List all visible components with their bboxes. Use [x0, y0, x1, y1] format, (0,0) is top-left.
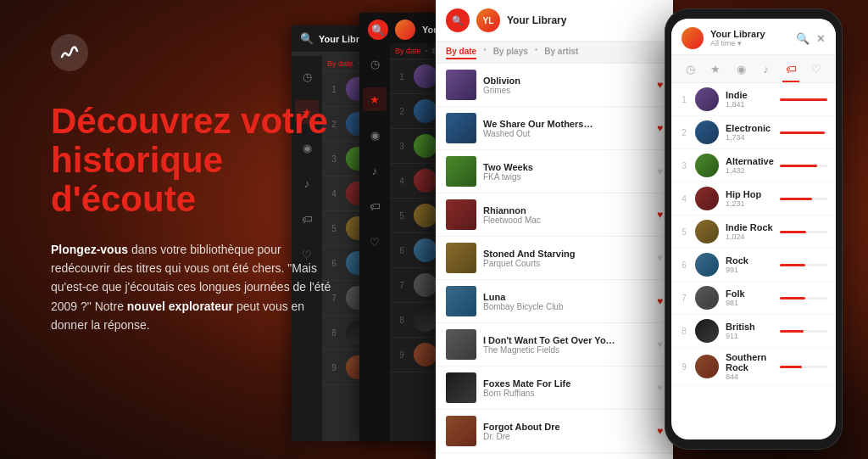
phone-genre-item[interactable]: 6 Rock 991	[671, 249, 836, 282]
main-avatar: YL	[476, 8, 500, 32]
sidebar-clock-icon[interactable]: ◷	[295, 64, 319, 88]
main-list-item[interactable]: Oblivion Grimes ♥	[436, 64, 673, 107]
main-list-item[interactable]: We Share Our Mothers… Washed Out ♥	[436, 107, 673, 150]
phone-close-icon[interactable]: ✕	[816, 32, 826, 45]
main-header-title-group: Your Library	[507, 14, 663, 26]
phone-header-icons: 🔍 ✕	[796, 32, 826, 45]
search-icon-mid[interactable]: 🔍	[368, 20, 388, 40]
heart-icon[interactable]: ♥	[657, 295, 663, 307]
heart-icon[interactable]: ♥	[657, 425, 663, 437]
phone-genre-item[interactable]: 8 British 911	[671, 315, 836, 348]
heart-icon[interactable]: ♥	[657, 79, 663, 91]
description: Plongez-vous dans votre bibliothèque pou…	[51, 240, 339, 335]
main-list-item[interactable]: Stoned And Starving Parquet Courts ♥	[436, 237, 673, 280]
phone-icon-tabs: ◷ ★ ◉ ♪ 🏷 ♡	[671, 55, 836, 83]
phone-genre-item[interactable]: 2 Electronic 1,734	[671, 116, 836, 149]
main-header-title: Your Library	[507, 14, 663, 26]
main-list-item[interactable]: Rhiannon Fleetwood Mac ♥	[436, 193, 673, 237]
phone-tab-music[interactable]: ♪	[756, 59, 776, 79]
heart-icon[interactable]: ♥	[657, 339, 663, 350]
heart-icon[interactable]: ♥	[657, 165, 663, 177]
main-list-item[interactable]: Forgot About Dre Dr. Dre ♥	[436, 410, 673, 453]
mid-clock-icon[interactable]: ◷	[363, 52, 387, 76]
phone-tab-heart[interactable]: ♡	[806, 59, 826, 79]
tab-by-date[interactable]: By date	[446, 45, 476, 59]
main-panel-tabs: By date • By plays • By artist	[436, 42, 673, 64]
mid-avatar	[395, 20, 415, 40]
panel-main: 🔍 YL Your Library By date • By plays • B…	[436, 0, 673, 459]
main-search-button[interactable]: 🔍	[446, 8, 470, 32]
phone-tab-vinyl[interactable]: ◉	[731, 59, 751, 79]
logo[interactable]	[51, 34, 88, 71]
tab-by-artist[interactable]: By artist	[544, 45, 578, 59]
main-list-item[interactable]: Foxes Mate For Life Born Ruffians ♥	[436, 367, 673, 410]
left-content: Découvrez votre historique d'écoute Plon…	[51, 102, 373, 335]
main-title: Découvrez votre historique d'écoute	[51, 102, 373, 220]
phone-genre-item[interactable]: 9 Southern Rock 844	[671, 348, 836, 386]
phone-genre-item[interactable]: 3 Alternative 1,432	[671, 149, 836, 182]
phone-tab-clock[interactable]: ◷	[681, 59, 701, 79]
tab-by-plays[interactable]: By plays	[493, 45, 528, 59]
heart-icon[interactable]: ♥	[657, 252, 663, 264]
panel-main-header: 🔍 YL Your Library	[436, 0, 673, 42]
phone-title-group: Your Library All time ▾	[710, 29, 789, 48]
search-icon-bg[interactable]: 🔍	[300, 32, 314, 45]
main-list: Oblivion Grimes ♥ We Share Our Mothers… …	[436, 64, 673, 459]
heart-icon[interactable]: ♥	[657, 382, 663, 394]
phone-header: Your Library All time ▾ 🔍 ✕	[671, 19, 836, 55]
heart-icon[interactable]: ♥	[657, 122, 663, 134]
phone-screen: Your Library All time ▾ 🔍 ✕ ◷ ★ ◉ ♪ 🏷 ♡ …	[671, 19, 836, 439]
main-list-item[interactable]: Two Weeks FKA twigs ♥	[436, 150, 673, 193]
phone-tab-star[interactable]: ★	[705, 59, 726, 79]
main-list-item[interactable]: Luna Bombay Bicycle Club ♥	[436, 280, 673, 323]
phone-genre-item[interactable]: 4 Hip Hop 1,231	[671, 182, 836, 216]
main-list-item[interactable]: You're Not Good Enough Blood Orange ♥	[436, 453, 673, 459]
phone-genre-list: 1 Indie 1,841 2 Electronic 1,734 3 Alter…	[671, 83, 836, 436]
phone-wrapper: Your Library All time ▾ 🔍 ✕ ◷ ★ ◉ ♪ 🏷 ♡ …	[665, 8, 843, 450]
phone-genre-item[interactable]: 1 Indie 1,841	[671, 83, 836, 116]
main-list-item[interactable]: I Don't Want To Get Over Yo… The Magneti…	[436, 323, 673, 367]
phone-genre-item[interactable]: 7 Folk 981	[671, 282, 836, 315]
phone-avatar	[682, 27, 704, 49]
phone-search-icon[interactable]: 🔍	[796, 32, 810, 45]
heart-icon[interactable]: ♥	[657, 209, 663, 221]
phone-subtitle[interactable]: All time ▾	[710, 39, 789, 48]
phone-tab-tag[interactable]: 🏷	[781, 59, 801, 79]
phone-genre-item[interactable]: 5 Indie Rock 1,024	[671, 216, 836, 249]
phone-title: Your Library	[710, 29, 789, 39]
